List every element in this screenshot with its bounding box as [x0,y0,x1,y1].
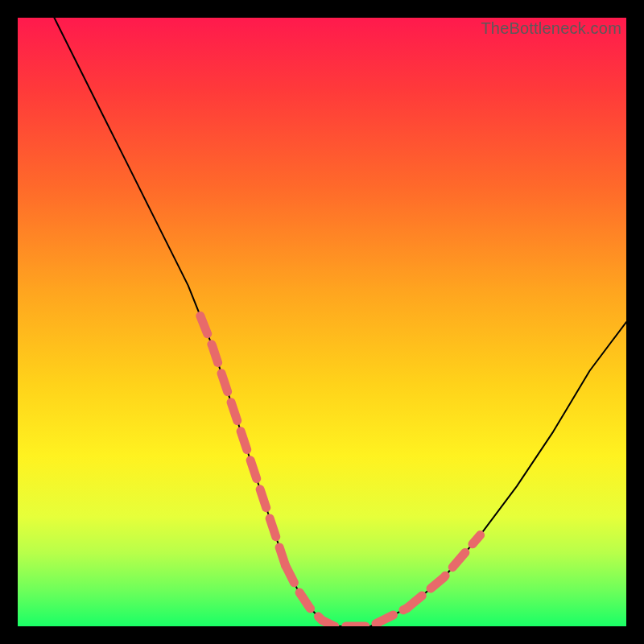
chart-frame: TheBottleneck.com [0,0,644,644]
plot-area: TheBottleneck.com [18,18,626,626]
left-descent-dashed [200,316,286,565]
watermark-label: TheBottleneck.com [481,19,621,38]
valley-dashed [286,565,407,626]
curve-svg [18,18,626,626]
bottleneck-curve [54,18,626,626]
right-rise-dashed [407,535,481,609]
